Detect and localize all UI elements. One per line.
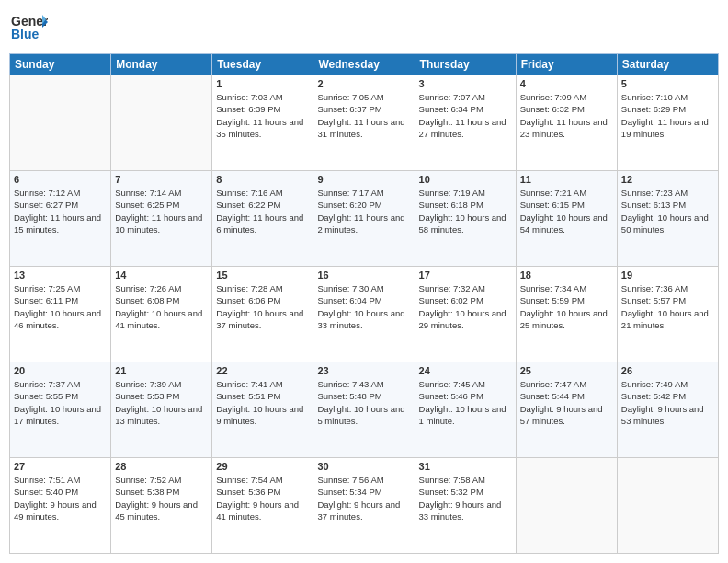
- day-number: 6: [14, 174, 107, 185]
- day-info: Sunrise: 7:51 AM Sunset: 5:40 PM Dayligh…: [14, 474, 107, 523]
- calendar-cell: [516, 458, 617, 554]
- calendar-cell: 29Sunrise: 7:54 AM Sunset: 5:36 PM Dayli…: [212, 458, 313, 554]
- calendar-cell: 26Sunrise: 7:49 AM Sunset: 5:42 PM Dayli…: [617, 362, 718, 458]
- calendar-cell: 16Sunrise: 7:30 AM Sunset: 6:04 PM Dayli…: [313, 267, 415, 362]
- day-number: 16: [317, 270, 410, 281]
- calendar-cell: [617, 458, 718, 554]
- day-info: Sunrise: 7:49 AM Sunset: 5:42 PM Dayligh…: [621, 378, 714, 427]
- calendar-cell: 8Sunrise: 7:16 AM Sunset: 6:22 PM Daylig…: [212, 171, 313, 267]
- calendar-cell: 10Sunrise: 7:19 AM Sunset: 6:18 PM Dayli…: [415, 171, 516, 267]
- calendar-cell: 5Sunrise: 7:10 AM Sunset: 6:29 PM Daylig…: [617, 75, 718, 171]
- day-info: Sunrise: 7:09 AM Sunset: 6:32 PM Dayligh…: [520, 91, 613, 140]
- day-number: 25: [520, 365, 613, 376]
- calendar-cell: 3Sunrise: 7:07 AM Sunset: 6:34 PM Daylig…: [415, 75, 516, 171]
- day-number: 1: [216, 78, 309, 89]
- logo: General Blue: [9, 9, 48, 48]
- header: General Blue: [9, 9, 719, 48]
- calendar-cell: 17Sunrise: 7:32 AM Sunset: 6:02 PM Dayli…: [415, 267, 516, 362]
- day-info: Sunrise: 7:41 AM Sunset: 5:51 PM Dayligh…: [216, 378, 309, 427]
- calendar-cell: [10, 75, 111, 171]
- day-info: Sunrise: 7:32 AM Sunset: 6:02 PM Dayligh…: [419, 282, 512, 331]
- day-info: Sunrise: 7:14 AM Sunset: 6:25 PM Dayligh…: [115, 187, 208, 236]
- day-info: Sunrise: 7:37 AM Sunset: 5:55 PM Dayligh…: [14, 378, 107, 427]
- calendar-cell: 9Sunrise: 7:17 AM Sunset: 6:20 PM Daylig…: [313, 171, 415, 267]
- day-info: Sunrise: 7:39 AM Sunset: 5:53 PM Dayligh…: [115, 378, 208, 427]
- calendar-cell: 13Sunrise: 7:25 AM Sunset: 6:11 PM Dayli…: [10, 267, 111, 362]
- calendar-cell: 12Sunrise: 7:23 AM Sunset: 6:13 PM Dayli…: [617, 171, 718, 267]
- day-number: 17: [419, 270, 512, 281]
- calendar-cell: 14Sunrise: 7:26 AM Sunset: 6:08 PM Dayli…: [111, 267, 212, 362]
- day-number: 8: [216, 174, 309, 185]
- day-info: Sunrise: 7:16 AM Sunset: 6:22 PM Dayligh…: [216, 187, 309, 236]
- day-info: Sunrise: 7:58 AM Sunset: 5:32 PM Dayligh…: [419, 474, 512, 523]
- calendar-cell: 2Sunrise: 7:05 AM Sunset: 6:37 PM Daylig…: [313, 75, 415, 171]
- day-number: 29: [216, 461, 309, 472]
- week-row-1: 1Sunrise: 7:03 AM Sunset: 6:39 PM Daylig…: [10, 75, 719, 171]
- calendar-cell: 20Sunrise: 7:37 AM Sunset: 5:55 PM Dayli…: [10, 362, 111, 458]
- week-row-5: 27Sunrise: 7:51 AM Sunset: 5:40 PM Dayli…: [10, 458, 719, 554]
- day-info: Sunrise: 7:25 AM Sunset: 6:11 PM Dayligh…: [14, 282, 107, 331]
- calendar-cell: 21Sunrise: 7:39 AM Sunset: 5:53 PM Dayli…: [111, 362, 212, 458]
- day-number: 26: [621, 365, 714, 376]
- calendar-cell: 27Sunrise: 7:51 AM Sunset: 5:40 PM Dayli…: [10, 458, 111, 554]
- calendar-cell: 31Sunrise: 7:58 AM Sunset: 5:32 PM Dayli…: [415, 458, 516, 554]
- col-header-thursday: Thursday: [415, 54, 516, 75]
- calendar-cell: 4Sunrise: 7:09 AM Sunset: 6:32 PM Daylig…: [516, 75, 617, 171]
- calendar-cell: [111, 75, 212, 171]
- day-number: 21: [115, 365, 208, 376]
- calendar-cell: 7Sunrise: 7:14 AM Sunset: 6:25 PM Daylig…: [111, 171, 212, 267]
- day-number: 20: [14, 365, 107, 376]
- day-info: Sunrise: 7:17 AM Sunset: 6:20 PM Dayligh…: [317, 187, 410, 236]
- day-number: 28: [115, 461, 208, 472]
- logo-icon: General Blue: [9, 9, 48, 48]
- day-info: Sunrise: 7:47 AM Sunset: 5:44 PM Dayligh…: [520, 378, 613, 427]
- day-info: Sunrise: 7:30 AM Sunset: 6:04 PM Dayligh…: [317, 282, 410, 331]
- day-info: Sunrise: 7:56 AM Sunset: 5:34 PM Dayligh…: [317, 474, 410, 523]
- col-header-tuesday: Tuesday: [212, 54, 313, 75]
- col-header-friday: Friday: [516, 54, 617, 75]
- day-info: Sunrise: 7:36 AM Sunset: 5:57 PM Dayligh…: [621, 282, 714, 331]
- day-number: 13: [14, 270, 107, 281]
- day-info: Sunrise: 7:54 AM Sunset: 5:36 PM Dayligh…: [216, 474, 309, 523]
- day-info: Sunrise: 7:12 AM Sunset: 6:27 PM Dayligh…: [14, 187, 107, 236]
- week-row-4: 20Sunrise: 7:37 AM Sunset: 5:55 PM Dayli…: [10, 362, 719, 458]
- day-number: 7: [115, 174, 208, 185]
- col-header-wednesday: Wednesday: [313, 54, 415, 75]
- week-row-3: 13Sunrise: 7:25 AM Sunset: 6:11 PM Dayli…: [10, 267, 719, 362]
- col-header-monday: Monday: [111, 54, 212, 75]
- calendar-cell: 18Sunrise: 7:34 AM Sunset: 5:59 PM Dayli…: [516, 267, 617, 362]
- day-number: 18: [520, 270, 613, 281]
- day-number: 30: [317, 461, 410, 472]
- day-info: Sunrise: 7:43 AM Sunset: 5:48 PM Dayligh…: [317, 378, 410, 427]
- day-info: Sunrise: 7:10 AM Sunset: 6:29 PM Dayligh…: [621, 91, 714, 140]
- day-number: 2: [317, 78, 410, 89]
- day-info: Sunrise: 7:45 AM Sunset: 5:46 PM Dayligh…: [419, 378, 512, 427]
- day-number: 4: [520, 78, 613, 89]
- day-info: Sunrise: 7:34 AM Sunset: 5:59 PM Dayligh…: [520, 282, 613, 331]
- day-info: Sunrise: 7:19 AM Sunset: 6:18 PM Dayligh…: [419, 187, 512, 236]
- day-info: Sunrise: 7:03 AM Sunset: 6:39 PM Dayligh…: [216, 91, 309, 140]
- day-number: 19: [621, 270, 714, 281]
- calendar-cell: 28Sunrise: 7:52 AM Sunset: 5:38 PM Dayli…: [111, 458, 212, 554]
- calendar-cell: 1Sunrise: 7:03 AM Sunset: 6:39 PM Daylig…: [212, 75, 313, 171]
- day-number: 14: [115, 270, 208, 281]
- day-info: Sunrise: 7:21 AM Sunset: 6:15 PM Dayligh…: [520, 187, 613, 236]
- calendar-cell: 23Sunrise: 7:43 AM Sunset: 5:48 PM Dayli…: [313, 362, 415, 458]
- col-header-sunday: Sunday: [10, 54, 111, 75]
- col-header-saturday: Saturday: [617, 54, 718, 75]
- day-info: Sunrise: 7:23 AM Sunset: 6:13 PM Dayligh…: [621, 187, 714, 236]
- day-number: 9: [317, 174, 410, 185]
- day-number: 12: [621, 174, 714, 185]
- day-number: 31: [419, 461, 512, 472]
- calendar-body: 1Sunrise: 7:03 AM Sunset: 6:39 PM Daylig…: [10, 75, 719, 554]
- day-number: 11: [520, 174, 613, 185]
- day-number: 24: [419, 365, 512, 376]
- page: General Blue SundayMondayTuesdayWednesda…: [0, 0, 728, 563]
- calendar-cell: 19Sunrise: 7:36 AM Sunset: 5:57 PM Dayli…: [617, 267, 718, 362]
- calendar-cell: 6Sunrise: 7:12 AM Sunset: 6:27 PM Daylig…: [10, 171, 111, 267]
- svg-text:Blue: Blue: [11, 27, 40, 41]
- day-info: Sunrise: 7:28 AM Sunset: 6:06 PM Dayligh…: [216, 282, 309, 331]
- day-number: 5: [621, 78, 714, 89]
- calendar-table: SundayMondayTuesdayWednesdayThursdayFrid…: [9, 53, 719, 554]
- day-info: Sunrise: 7:07 AM Sunset: 6:34 PM Dayligh…: [419, 91, 512, 140]
